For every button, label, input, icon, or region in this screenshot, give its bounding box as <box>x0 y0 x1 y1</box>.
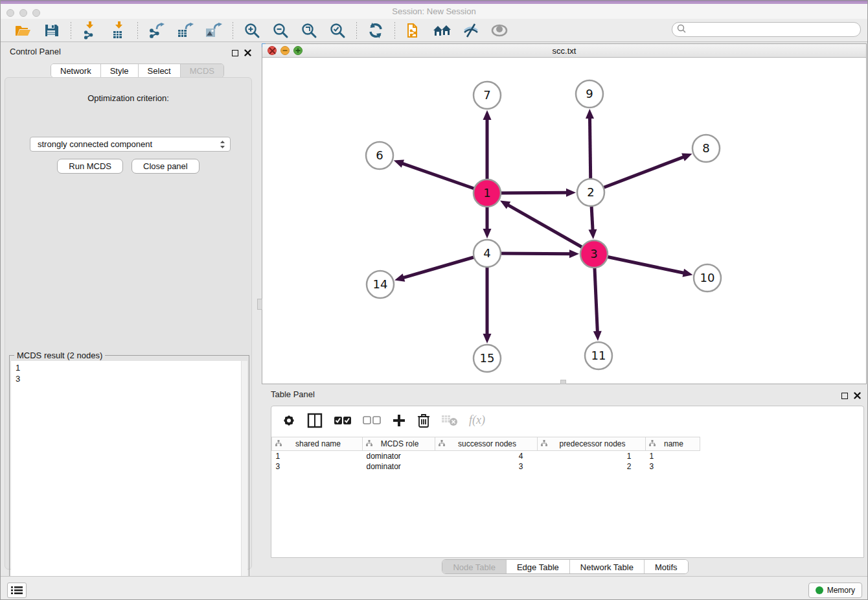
tab-network-table[interactable]: Network Table <box>570 560 645 573</box>
mcds-result-title: MCDS result (2 nodes) <box>14 351 105 360</box>
svg-text:15: 15 <box>480 351 495 365</box>
delete-table-icon <box>441 415 458 426</box>
svg-text:4: 4 <box>483 246 490 260</box>
tab-motifs[interactable]: Motifs <box>645 560 688 573</box>
gear-icon[interactable] <box>282 413 296 428</box>
table-cell[interactable]: 1 <box>272 451 363 461</box>
memory-status-icon <box>816 586 823 594</box>
search-input[interactable] <box>686 25 860 34</box>
optimization-criterion-label: Optimization criterion: <box>5 93 251 103</box>
import-table-icon[interactable] <box>109 21 128 40</box>
table-cell[interactable]: 1 <box>538 451 646 461</box>
table-panel: Table Panel f(x) shared nameMCDS rolesuc… <box>262 386 868 576</box>
export-image-icon[interactable] <box>204 21 223 40</box>
table-cell[interactable]: dominator <box>363 451 435 461</box>
table-cell[interactable]: 3 <box>435 461 538 472</box>
column-type-icon <box>541 439 547 448</box>
open-folder-icon[interactable] <box>14 21 33 40</box>
network-window-titlebar[interactable]: scc.txt <box>262 44 866 58</box>
tab-edge-table[interactable]: Edge Table <box>507 560 570 573</box>
tab-style[interactable]: Style <box>101 64 139 77</box>
task-history-button[interactable] <box>7 583 27 598</box>
svg-text:9: 9 <box>586 87 593 100</box>
tab-network[interactable]: Network <box>51 64 101 77</box>
table-cell[interactable]: dominator <box>363 461 435 472</box>
function-icon: f(x) <box>469 413 485 427</box>
svg-text:11: 11 <box>591 349 606 362</box>
add-column-icon[interactable] <box>392 413 406 428</box>
clone-network-icon[interactable] <box>404 21 424 40</box>
table-header-row: shared nameMCDS rolesuccessor nodesprede… <box>272 437 700 451</box>
table-cell[interactable]: 1 <box>646 451 700 461</box>
result-scrollbar[interactable] <box>241 361 247 597</box>
column-header-name[interactable]: name <box>646 437 700 451</box>
import-network-icon[interactable] <box>80 21 100 40</box>
network-graph: 7968124314101511 <box>262 58 866 384</box>
tab-mcds[interactable]: MCDS <box>181 64 223 77</box>
hide-panel-icon[interactable] <box>461 21 481 40</box>
splitter-grip-horizontal[interactable] <box>560 380 566 384</box>
column-header-MCDS-role[interactable]: MCDS role <box>363 437 435 451</box>
table-cell[interactable]: 3 <box>272 461 363 472</box>
node-table[interactable]: shared nameMCDS rolesuccessor nodesprede… <box>271 437 700 472</box>
delete-icon[interactable] <box>417 413 430 428</box>
table-toolbar: f(x) <box>271 406 863 434</box>
dropdown-stepper-icon <box>220 139 225 150</box>
zoom-fit-icon[interactable] <box>299 21 319 40</box>
mcds-panel: Optimization criterion: strongly connect… <box>5 77 252 570</box>
zoom-out-icon[interactable] <box>271 21 290 40</box>
svg-text:3: 3 <box>590 247 597 260</box>
table-row[interactable]: 3dominator323 <box>272 461 700 472</box>
svg-text:8: 8 <box>702 141 709 155</box>
network-title: scc.txt <box>262 46 866 56</box>
column-header-predecessor-nodes[interactable]: predecessor nodes <box>538 437 646 451</box>
table-cell[interactable]: 2 <box>538 461 646 472</box>
split-columns-icon[interactable] <box>307 413 323 428</box>
status-bar: Memory <box>1 576 867 600</box>
tab-select[interactable]: Select <box>139 64 181 77</box>
mcds-result-box: MCDS result (2 nodes) 1 3 <box>9 355 249 599</box>
refresh-icon[interactable] <box>366 21 385 40</box>
splitter-grip-vertical[interactable] <box>257 299 262 310</box>
show-panel-icon[interactable] <box>490 21 509 40</box>
column-header-shared-name[interactable]: shared name <box>272 437 363 451</box>
window-title: Session: New Session <box>1 6 867 16</box>
table-cell[interactable]: 4 <box>435 451 538 461</box>
export-network-icon[interactable] <box>147 21 166 40</box>
close-panel-icon[interactable] <box>244 47 251 59</box>
search-box[interactable] <box>672 22 861 37</box>
zoom-in-icon[interactable] <box>242 21 262 40</box>
svg-text:2: 2 <box>587 185 594 199</box>
export-table-icon[interactable] <box>176 21 195 40</box>
save-icon[interactable] <box>42 21 62 40</box>
network-canvas[interactable]: 7968124314101511 <box>262 58 866 384</box>
column-type-icon <box>649 439 656 448</box>
network-view-window: scc.txt 7968124314101511 <box>262 43 867 384</box>
memory-button[interactable]: Memory <box>808 583 862 598</box>
home-icon[interactable] <box>433 21 452 40</box>
titlebar: Session: New Session <box>1 4 867 19</box>
svg-text:10: 10 <box>700 271 715 284</box>
select-all-icon[interactable] <box>334 415 352 426</box>
close-table-panel-icon[interactable] <box>854 390 861 402</box>
column-type-icon <box>439 439 445 448</box>
table-tabs: Node TableEdge TableNetwork TableMotifs <box>442 559 688 574</box>
column-type-icon <box>366 439 372 448</box>
svg-text:14: 14 <box>373 277 388 291</box>
float-panel-icon[interactable] <box>232 50 238 56</box>
float-table-panel-icon[interactable] <box>841 393 848 399</box>
table-row[interactable]: 1dominator411 <box>272 451 700 461</box>
zoom-selected-icon[interactable] <box>328 21 347 40</box>
close-panel-button[interactable]: Close panel <box>131 159 200 174</box>
criterion-dropdown[interactable]: strongly connected component <box>30 137 231 152</box>
svg-text:1: 1 <box>483 186 490 200</box>
column-header-successor-nodes[interactable]: successor nodes <box>435 437 538 451</box>
column-type-icon <box>275 439 282 448</box>
mcds-result-text[interactable]: 1 3 <box>11 361 241 597</box>
run-mcds-button[interactable]: Run MCDS <box>57 159 123 174</box>
tab-node-table[interactable]: Node Table <box>442 560 507 573</box>
svg-text:7: 7 <box>483 88 490 102</box>
deselect-all-icon[interactable] <box>363 415 381 426</box>
node-table-container: f(x) shared nameMCDS rolesuccessor nodes… <box>271 406 864 558</box>
table-cell[interactable]: 3 <box>646 461 700 472</box>
